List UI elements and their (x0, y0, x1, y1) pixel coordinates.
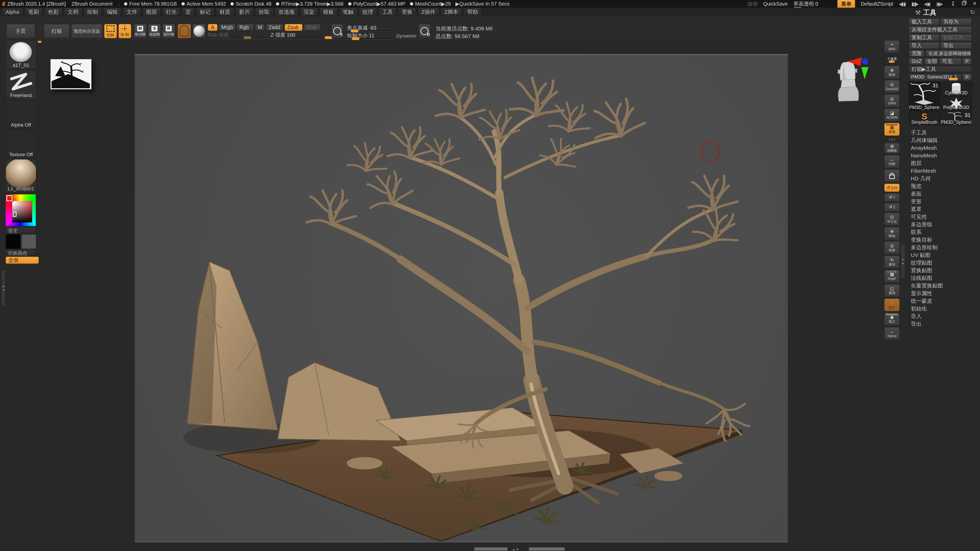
ui-opacity-slider[interactable]: 界面透明 0 (793, 0, 832, 7)
menu-item[interactable]: 模板 (320, 8, 337, 16)
transparent-button[interactable]: ◱透明 (884, 284, 900, 297)
menu-item[interactable]: 纹理 (359, 8, 377, 16)
palette-section-header[interactable]: 多边形绘制 (909, 244, 973, 251)
palette-section-header[interactable]: 子工具 (909, 129, 973, 137)
palette-section-header[interactable]: 纹理贴图 (909, 259, 973, 267)
texture-picker[interactable]: Texture Off (6, 130, 36, 158)
menu-item[interactable]: 色彩 (45, 8, 62, 16)
material-picker[interactable]: L1_sculpt01 (6, 159, 36, 192)
draw-button[interactable]: 绘 制 (118, 24, 131, 38)
home-button[interactable]: 主页 (6, 24, 35, 38)
goz-visible-button[interactable]: 可见 (939, 58, 961, 65)
tool-slider-handle[interactable] (949, 78, 958, 80)
perspective-button[interactable]: Dynamic▦透视 (884, 123, 900, 136)
active-tool-thumbnail[interactable]: 31 PM3D_Sphere3D (909, 82, 940, 111)
canvas-hscroll-right[interactable] (529, 548, 565, 551)
polyframe-button[interactable]: Line Fill▦PolyF (884, 270, 900, 283)
menu-item[interactable]: 工具 (379, 8, 396, 16)
divider-close-icon[interactable]: ▸ (902, 261, 904, 265)
palette-section-header[interactable]: 几何体编辑 (909, 137, 973, 144)
scale-axis-button[interactable]: S 缩放轴 (148, 24, 161, 38)
stroke-type-picker[interactable]: FreeHand (6, 70, 36, 99)
expand-left-tray-icon[interactable]: ▮▮▸ (911, 1, 918, 7)
rgb-intensity-handle[interactable] (243, 36, 251, 39)
gradient-toggle[interactable]: 渐变 (6, 227, 36, 233)
mode-rgb-button[interactable]: Rgb (237, 24, 254, 31)
aa-half-button[interactable]: ◪AC50% (884, 109, 900, 121)
palette-section-header[interactable]: 变形 (909, 198, 973, 205)
polymesh3d-thumbnail[interactable]: PolyMesh3D (940, 97, 972, 111)
expand-right-tray-icon[interactable]: ▣▸ (936, 1, 943, 7)
tool-r-button[interactable]: R (963, 74, 972, 81)
quicksave-button[interactable]: QuickSave (763, 1, 788, 7)
local-symmetry-button[interactable] (884, 169, 900, 182)
simplebrush-thumbnail[interactable]: S SimpleBrush (909, 111, 940, 125)
rgb-intensity-slider[interactable]: Rgb 强度 (208, 32, 267, 39)
menu-item[interactable]: 图层 (143, 8, 161, 16)
lightbox-tool-button[interactable]: 灯箱▶工具 (909, 66, 972, 73)
rotate-view-button[interactable]: ↻旋转 (884, 256, 900, 268)
draw-size-handle[interactable] (352, 37, 360, 40)
floor-grid-button[interactable]: ⊞地网格 (884, 143, 900, 154)
document-preview-thumbnail[interactable] (51, 59, 91, 89)
right-tray-divider[interactable]: ▸ ▸ (901, 245, 905, 278)
palette-section-header[interactable]: 置换贴图 (909, 267, 973, 274)
collapse-left-tray-icon[interactable]: ◂▮▮ (899, 1, 906, 7)
mode-zsub-button[interactable]: Zsub (285, 24, 302, 31)
secondary-color-swatch[interactable] (21, 234, 36, 249)
divider-close-icon[interactable]: ▾ (3, 288, 5, 292)
left-tray-divider[interactable]: ▸ ▾ (2, 270, 6, 306)
menu-item[interactable]: 笔触 (339, 8, 357, 16)
main-color-swatch[interactable] (6, 234, 21, 249)
divider-open-icon[interactable]: ▸ (902, 257, 904, 261)
menu-item[interactable]: 绘制 (84, 8, 102, 16)
collapse-right-tray-icon[interactable]: ◂▣ (924, 1, 931, 7)
save-as-button[interactable]: 另存为 (940, 18, 972, 25)
menu-item[interactable]: 拾取 (255, 8, 273, 16)
alpha-picker[interactable]: Alpha Off (6, 100, 36, 129)
sv-selector[interactable] (13, 211, 17, 217)
actual-size-button[interactable]: ◎100% (884, 94, 900, 107)
gyro-z-button[interactable]: ↺Z (884, 203, 900, 211)
canvas-hscroll-left[interactable] (474, 548, 508, 551)
palette-section-header[interactable]: 导出 (909, 320, 973, 328)
frame-center-button[interactable]: ⊡中心点 (884, 213, 900, 225)
make-polymesh-button[interactable]: 生成 多边形网格物体 (926, 50, 972, 57)
hue-selector[interactable] (6, 195, 13, 201)
copy-tool-button[interactable]: 复制工具 (909, 34, 939, 41)
ghost-button[interactable]: ◌幽灵 (884, 299, 900, 311)
mode-m-button[interactable]: M (255, 24, 265, 31)
switch-color-button[interactable]: 切换颜色 (6, 249, 36, 256)
bpr-render-button[interactable]: ◓BPR (884, 40, 900, 53)
palette-refresh-icon[interactable]: ↻ (970, 9, 975, 16)
subpixel-handle[interactable] (889, 60, 894, 63)
load-tool-button[interactable]: 载入工具 (909, 18, 939, 25)
import-button[interactable]: 导入 (909, 42, 939, 49)
minimize-button[interactable]: ↧ (951, 1, 956, 7)
tray-divider-tick[interactable] (38, 41, 41, 43)
palette-section-header[interactable]: 多边形组 (909, 221, 973, 228)
subpixel-slider[interactable]: 子像素 (884, 55, 900, 64)
menu-item[interactable]: 首选项 (275, 8, 298, 16)
draw-size-slider[interactable]: 绘制大小 11 (347, 32, 393, 39)
camera-nav-widget[interactable] (834, 55, 873, 102)
alternate-color-button[interactable]: 交替 (6, 257, 39, 264)
cylinder3d-thumbnail[interactable]: Cylinder3D (940, 82, 972, 96)
menu-item[interactable]: 帮助 (464, 8, 482, 16)
mode-zadd-button[interactable]: Zadd (266, 24, 283, 31)
palette-section-header[interactable]: NanoMesh (909, 152, 973, 159)
clone-button[interactable]: 克隆 (909, 50, 924, 57)
gyro-y-button[interactable]: ↺Y (884, 193, 900, 202)
solo-button[interactable]: Dynamic◉孤立 (884, 313, 900, 326)
menu-button[interactable]: 菜单 (837, 0, 855, 8)
menu-item[interactable]: 文档 (64, 8, 82, 16)
palette-section-header[interactable]: 图层 (909, 159, 973, 167)
menu-item[interactable]: 编辑 (103, 8, 121, 16)
menu-item[interactable]: 材质 (216, 8, 234, 16)
menu-item[interactable]: 变换 (398, 8, 416, 16)
dynamic-label[interactable]: Dynamic (396, 33, 416, 39)
menu-item[interactable]: Z插件 (418, 8, 439, 16)
auto-label[interactable]: 自动 (747, 0, 757, 7)
palette-section-header[interactable]: 统一蒙皮 (909, 297, 973, 305)
sculptris-pro-button[interactable] (178, 24, 191, 38)
